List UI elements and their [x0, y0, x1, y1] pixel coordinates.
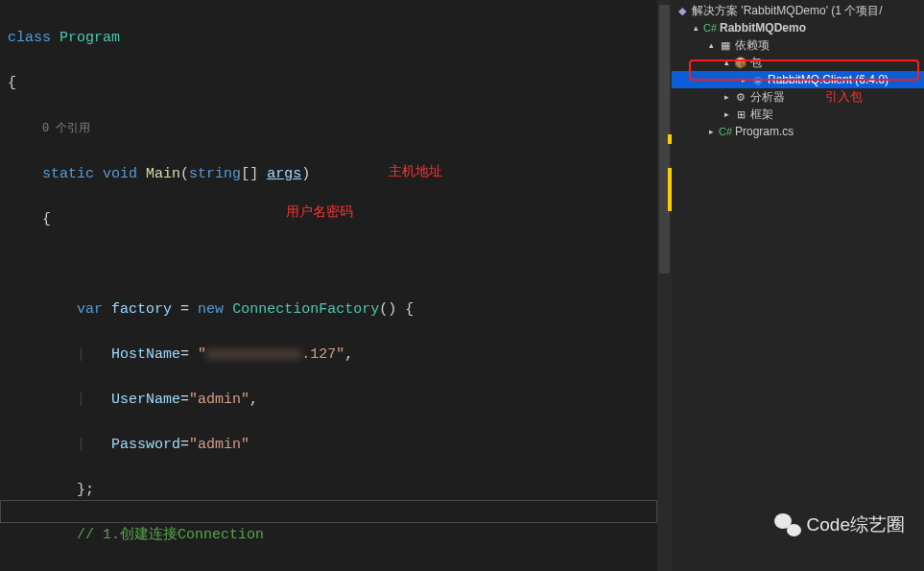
dependencies-icon: ▦	[719, 38, 732, 52]
property: HostName	[111, 346, 180, 363]
tree-file-program[interactable]: ▸ C# Program.cs	[672, 123, 924, 140]
codelens-references[interactable]: 0 个引用	[42, 122, 90, 135]
annotation-package: 引入包	[825, 88, 863, 106]
expand-toggle[interactable]: ▸	[706, 127, 716, 136]
expand-toggle[interactable]: ▴	[706, 40, 716, 50]
tree: ◆ 解决方案 'RabbitMQDemo' (1 个项目/ ▴ C# Rabbi…	[672, 0, 924, 140]
tree-label: 解决方案 'RabbitMQDemo' (1 个项目/	[692, 3, 883, 19]
annotation-host: 主机地址	[389, 163, 442, 180]
annotation-credentials: 用户名密码	[286, 203, 353, 221]
vertical-scrollbar[interactable]	[657, 0, 672, 571]
tree-label: 包	[750, 55, 762, 71]
brackets: []	[241, 166, 258, 182]
brace: {	[42, 211, 51, 227]
comment: // 1.创建连接Connection	[77, 527, 264, 543]
blurred-text: xxxxxxxxxxx	[206, 346, 301, 363]
string: .127"	[301, 346, 344, 363]
string: "admin"	[189, 437, 249, 453]
expand-toggle[interactable]: ▴	[691, 23, 700, 33]
tree-solution-node[interactable]: ◆ 解决方案 'RabbitMQDemo' (1 个项目/	[672, 2, 924, 19]
tree-frameworks-node[interactable]: ▸ ⊞ 框架	[672, 106, 924, 123]
solution-icon: ◆	[675, 4, 689, 17]
tree-label: RabbitMQDemo	[720, 21, 806, 35]
expand-toggle[interactable]: ▸	[722, 109, 731, 119]
type: string	[189, 166, 241, 182]
tree-package-rabbitmq[interactable]: ▸ ◉ RabbitMQ.Client (6.4.0)	[672, 71, 924, 88]
csharp-file-icon: C#	[719, 125, 732, 138]
identifier: factory	[111, 301, 172, 318]
csharp-project-icon: C#	[703, 21, 717, 35]
tree-dependencies-node[interactable]: ▴ ▦ 依赖项	[672, 36, 924, 54]
wechat-icon	[774, 513, 801, 536]
property: Password	[111, 437, 180, 453]
tree-analyzers-node[interactable]: ▸ ⚙ 分析器	[672, 88, 924, 106]
code-editor[interactable]: class Program { 0 个引用 static void Main(s…	[0, 0, 672, 571]
keyword: new	[198, 301, 224, 318]
method: Main	[146, 166, 180, 182]
property: UserName	[111, 392, 180, 408]
string: "	[198, 346, 206, 363]
brace: };	[77, 482, 94, 498]
nuget-icon: ◉	[751, 73, 765, 86]
tree-project-node[interactable]: ▴ C# RabbitMQDemo	[672, 19, 924, 36]
tree-label: RabbitMQ.Client (6.4.0)	[768, 73, 888, 86]
code-content: class Program { 0 个引用 static void Main(s…	[0, 0, 672, 571]
type: Program	[59, 30, 120, 46]
analyzer-icon: ⚙	[734, 90, 747, 104]
keyword: class	[8, 30, 51, 46]
keyword: var	[77, 301, 103, 318]
expand-toggle[interactable]: ▸	[739, 75, 748, 84]
string: "admin"	[189, 392, 249, 408]
watermark: Code综艺圈	[774, 512, 905, 537]
param: args	[267, 166, 301, 182]
tree-label: 分析器	[750, 89, 785, 106]
keyword: static	[42, 166, 94, 182]
tree-packages-node[interactable]: ▴ 📦 包	[672, 54, 924, 71]
keyword: void	[103, 166, 137, 182]
tree-label: Program.cs	[735, 125, 794, 138]
expand-toggle[interactable]: ▸	[722, 92, 731, 102]
brace: {	[8, 75, 16, 91]
framework-icon: ⊞	[734, 107, 747, 121]
tree-label: 依赖项	[735, 37, 770, 54]
package-icon: 📦	[734, 56, 747, 69]
expand-toggle[interactable]: ▴	[722, 58, 731, 67]
solution-explorer[interactable]: ◆ 解决方案 'RabbitMQDemo' (1 个项目/ ▴ C# Rabbi…	[672, 0, 924, 571]
watermark-text: Code综艺圈	[807, 512, 905, 537]
tree-label: 框架	[750, 107, 773, 123]
type: ConnectionFactory	[232, 301, 379, 318]
